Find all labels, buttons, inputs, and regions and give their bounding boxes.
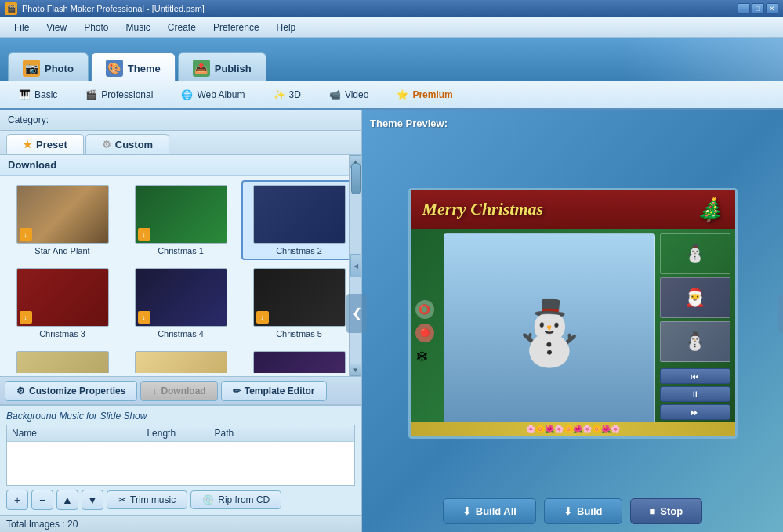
customize-icon: ⚙ (16, 385, 25, 396)
download-icon-6: ↓ (256, 311, 269, 324)
ornament-1: ⭕ (415, 300, 434, 319)
theme-tab-label: Theme (128, 63, 161, 74)
close-button[interactable]: ✕ (766, 3, 778, 14)
theme-item-9[interactable] (241, 346, 357, 373)
basic-icon: 🎹 (19, 89, 31, 100)
preview-nav-left-button[interactable]: ❮ (346, 294, 367, 333)
menu-view[interactable]: View (38, 20, 74, 35)
theme-thumb-8 (135, 351, 227, 373)
menu-music[interactable]: Music (118, 20, 158, 35)
download-icon-1: ↓ (20, 228, 32, 241)
menu-help[interactable]: Help (269, 20, 304, 35)
theme-item-2[interactable]: ↓ Christmas 1 (123, 180, 238, 260)
custom-tab[interactable]: ⚙ Custom (85, 134, 169, 154)
sub-tab-3d[interactable]: ✨ 3D (261, 85, 314, 104)
web-album-icon: 🌐 (181, 89, 193, 100)
theme-item-6[interactable]: ↓ Christmas 5 (241, 263, 357, 343)
theme-tab-icon: 🎨 (106, 60, 123, 77)
app-icon: 🎬 (5, 2, 17, 15)
playback-controls: ⏮ ⏸ ⏭ (660, 368, 730, 420)
total-bar: Total Images : 20 (0, 515, 361, 532)
thumb-1: ⛄ (660, 233, 730, 274)
move-down-music-button[interactable]: ▼ (82, 490, 103, 510)
snowman-emoji: ⛄ (510, 296, 589, 370)
remove-music-button[interactable]: − (31, 490, 53, 510)
tab-photo[interactable]: 📷 Photo (8, 52, 89, 81)
preview-nav-right-button[interactable]: ❯ (778, 294, 783, 333)
theme-item-1[interactable]: ↓ Star And Plant (5, 180, 120, 260)
menu-preference[interactable]: Preference (205, 20, 267, 35)
build-button[interactable]: ⬇ Build (544, 498, 622, 524)
sub-tab-video[interactable]: 📹 Video (317, 85, 381, 104)
download-icon-4: ↓ (20, 311, 32, 324)
menu-file[interactable]: File (6, 20, 37, 35)
xmas-left-nav: ⭕ 🔴 ❄ (415, 233, 439, 432)
star-icon: ★ (23, 139, 32, 150)
download-label: Download (0, 155, 361, 176)
xmas-content: ⭕ 🔴 ❄ ⛄ ⛄ 🎅 ⛄ (411, 229, 735, 437)
music-table: Name Length Path (6, 425, 355, 486)
music-table-header: Name Length Path (7, 425, 354, 442)
theme-item-8[interactable] (123, 346, 238, 373)
ornament-2: 🔴 (415, 324, 434, 342)
scrollbar-thumb[interactable] (351, 163, 361, 194)
right-panel: Theme Preview: ❮ Merry Christmas 🎄 (362, 110, 783, 532)
customize-properties-button[interactable]: ⚙ Customize Properties (5, 381, 137, 401)
category-label: Category: (8, 114, 49, 125)
snowman-main: ⛄ (444, 233, 655, 432)
photo-tab-icon: 📷 (23, 60, 40, 77)
bottom-decoration: 🌸🌼🌺🌸🌼🌺🌸🌼🌺🌸 (411, 422, 735, 436)
stop-button[interactable]: ■ Stop (630, 498, 703, 524)
maximize-button[interactable]: □ (752, 3, 764, 14)
left-panel: Category: ★ Preset ⚙ Custom Download ↓ (0, 110, 362, 532)
theme-item-7[interactable] (5, 346, 120, 373)
move-up-music-button[interactable]: ▲ (56, 490, 78, 510)
scroll-down-button[interactable]: ▼ (350, 364, 361, 376)
sub-tab-basic[interactable]: 🎹 Basic (6, 85, 70, 104)
preset-custom-tabs: ★ Preset ⚙ Custom (0, 131, 361, 155)
rip-cd-button[interactable]: 💿 Rip from CD (190, 490, 281, 509)
tab-publish[interactable]: 📤 Publish (178, 52, 266, 81)
theme-thumb-2: ↓ (135, 185, 227, 244)
theme-item-5[interactable]: ↓ Christmas 4 (123, 263, 238, 343)
build-buttons: ⬇ Build All ⬇ Build ■ Stop (370, 498, 775, 524)
music-section: Background Music for Slide Show Name Len… (0, 404, 361, 515)
download-btn-icon: ↓ (152, 385, 157, 396)
skip-back-button[interactable]: ⏮ (660, 368, 730, 384)
sub-tab-professional[interactable]: 🎬 Professional (73, 85, 165, 104)
download-button[interactable]: ↓ Download (140, 381, 217, 401)
build-all-button[interactable]: ⬇ Build All (443, 498, 536, 524)
video-icon: 📹 (329, 89, 341, 100)
theme-thumb-9 (253, 351, 346, 373)
preview-area: ❮ Merry Christmas 🎄 ⭕ 🔴 (370, 136, 775, 490)
tab-theme[interactable]: 🎨 Theme (91, 52, 176, 81)
preset-tab[interactable]: ★ Preset (6, 134, 84, 154)
cd-icon: 💿 (202, 494, 214, 505)
template-editor-button[interactable]: ✏ Template Editor (221, 381, 327, 401)
menu-bar: File View Photo Music Create Preference … (0, 17, 783, 38)
music-col-name: Name (12, 428, 147, 439)
main-toolbar: 📷 Photo 🎨 Theme 📤 Publish (0, 38, 783, 81)
sub-tab-web-album[interactable]: 🌐 Web Album (169, 85, 257, 104)
pause-button[interactable]: ⏸ (660, 386, 730, 402)
minimize-button[interactable]: ─ (738, 3, 750, 14)
preview-label: Theme Preview: (370, 118, 775, 129)
trim-music-button[interactable]: ✂ Trim music (107, 490, 187, 509)
theme-item-4[interactable]: ↓ Christmas 3 (5, 263, 120, 343)
theme-label-3: Christmas 2 (276, 246, 322, 255)
theme-item-3[interactable]: Christmas 2 (241, 180, 357, 260)
expand-panel-button[interactable]: ◀ (350, 254, 361, 277)
xmas-header: Merry Christmas 🎄 (411, 190, 735, 229)
3d-icon: ✨ (274, 89, 285, 100)
menu-create[interactable]: Create (160, 20, 204, 35)
holly-decoration: 🎄 (696, 197, 723, 223)
template-icon: ✏ (233, 385, 241, 396)
add-music-button[interactable]: + (6, 490, 28, 510)
theme-thumb-5: ↓ (135, 268, 227, 327)
skip-forward-button[interactable]: ⏭ (660, 404, 730, 420)
theme-thumb-6: ↓ (253, 268, 346, 327)
menu-photo[interactable]: Photo (76, 20, 116, 35)
stop-icon: ■ (650, 505, 656, 517)
sub-tab-premium[interactable]: ⭐ Premium (384, 85, 465, 104)
photo-tab-label: Photo (45, 63, 74, 74)
